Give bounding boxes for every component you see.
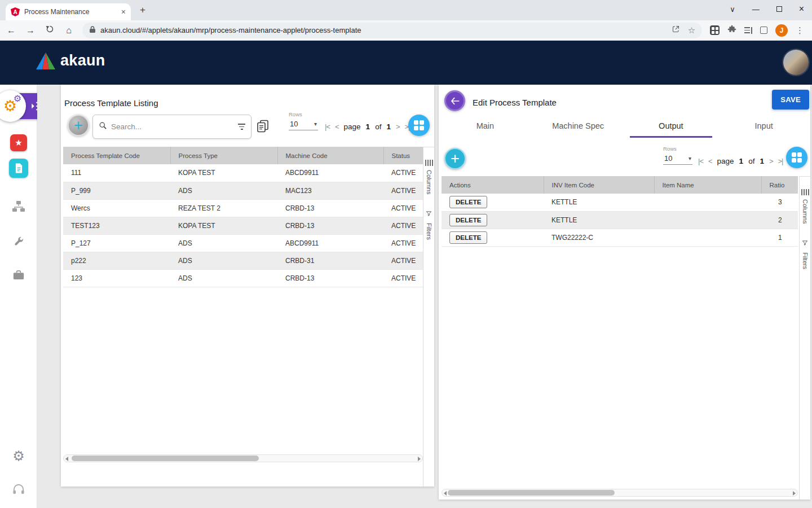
- panel-title: Edit Process Template: [473, 98, 557, 107]
- first-page-icon[interactable]: |<: [325, 122, 330, 131]
- horizontal-scrollbar-thumb[interactable]: [72, 456, 259, 461]
- scroll-right-arrow[interactable]: [793, 491, 796, 496]
- columns-toggle[interactable]: Columns: [802, 199, 809, 224]
- bookmark-star-icon[interactable]: ☆: [688, 25, 695, 36]
- gear-icon: ⚙: [12, 449, 25, 463]
- columns-toggle[interactable]: Columns: [426, 170, 433, 194]
- reading-list-icon[interactable]: [744, 27, 752, 34]
- maximize-button[interactable]: [776, 6, 782, 12]
- next-page-icon[interactable]: >: [396, 122, 400, 131]
- filters-toggle[interactable]: Filters: [426, 223, 433, 240]
- filters-funnel-icon[interactable]: [426, 209, 432, 219]
- home-icon[interactable]: ⌂: [63, 25, 74, 36]
- table-row[interactable]: P_999ADSMAC123ACTIVE: [63, 182, 423, 199]
- columns-grip-icon[interactable]: [801, 189, 809, 195]
- address-bar[interactable]: akaun.cloud/#/applets/akaun/mrp/process-…: [82, 23, 702, 38]
- delete-button[interactable]: DELETE: [449, 196, 487, 208]
- prev-page-icon[interactable]: <: [708, 157, 712, 165]
- new-tab-button[interactable]: +: [140, 5, 145, 16]
- table-row[interactable]: WercsREZA TEST 2CRBD-13ACTIVE: [63, 199, 423, 217]
- table-row[interactable]: 123ADSCRBD-13ACTIVE: [63, 269, 423, 287]
- rows-per-page-select[interactable]: 10 ▾: [289, 119, 318, 130]
- minimize-button[interactable]: —: [752, 5, 760, 14]
- scroll-left-arrow[interactable]: [65, 457, 68, 461]
- filter-list-icon[interactable]: [238, 124, 245, 129]
- panel-title: Process Template Listing: [64, 98, 158, 108]
- rows-label: Rows: [663, 146, 695, 152]
- extensions-puzzle-icon[interactable]: [727, 25, 736, 36]
- first-page-icon[interactable]: |<: [698, 157, 703, 165]
- tab-main[interactable]: Main: [439, 116, 532, 137]
- grid-icon: [792, 152, 802, 163]
- close-window-button[interactable]: ×: [799, 4, 804, 14]
- akaun-triangle-icon: [36, 52, 55, 69]
- filters-toggle[interactable]: Filters: [802, 252, 809, 269]
- back-button[interactable]: [444, 90, 465, 111]
- prev-page-icon[interactable]: <: [335, 122, 339, 131]
- col-header: Status: [383, 147, 423, 164]
- columns-grip-icon[interactable]: [425, 160, 433, 166]
- tab-output[interactable]: Output: [625, 116, 718, 137]
- window-menu-icon[interactable]: ∨: [730, 5, 735, 14]
- caret-down-icon: ▾: [689, 155, 691, 161]
- akaun-logo: akaun: [36, 52, 105, 69]
- rows-per-page-select[interactable]: 10 ▾: [663, 153, 692, 165]
- col-header: INV Item Code: [544, 176, 654, 194]
- browser-profile-avatar[interactable]: J: [775, 24, 788, 37]
- sidebar-item-settings[interactable]: ⚙: [0, 449, 37, 463]
- tab-machine-spec[interactable]: Machine Spec: [532, 116, 625, 137]
- filters-funnel-icon[interactable]: [802, 238, 808, 248]
- forward-icon[interactable]: →: [25, 25, 36, 36]
- search-icon: [99, 121, 107, 132]
- horizontal-scrollbar-thumb[interactable]: [448, 490, 615, 496]
- table-row[interactable]: TEST123KOPA TESTCRBD-13ACTIVE: [63, 217, 423, 234]
- table-side-controls: Columns Filters: [799, 176, 810, 500]
- page-label: page: [717, 157, 734, 165]
- delete-button[interactable]: DELETE: [449, 231, 487, 244]
- add-output-item-button[interactable]: +: [444, 148, 466, 169]
- table-row[interactable]: P_127ADSABCD9911ACTIVE: [63, 234, 423, 252]
- back-icon[interactable]: ←: [6, 25, 17, 36]
- save-button[interactable]: SAVE: [772, 90, 809, 110]
- browser-tab[interactable]: A Process Maintenance ×: [6, 3, 131, 20]
- sidebar-item-business[interactable]: [0, 270, 37, 281]
- page-number: 1: [739, 157, 744, 165]
- browser-menu-icon[interactable]: ⋮: [796, 25, 804, 36]
- user-avatar[interactable]: [783, 50, 809, 75]
- reload-icon[interactable]: [44, 25, 55, 36]
- table-row[interactable]: p222ADSCRBD-31ACTIVE: [63, 252, 423, 269]
- scroll-right-arrow[interactable]: [418, 457, 421, 461]
- next-page-icon[interactable]: >: [769, 157, 773, 165]
- tab-title: Process Maintenance: [24, 8, 117, 16]
- sidebar-item-document-applet[interactable]: [0, 159, 37, 178]
- headphones-icon: [12, 483, 25, 494]
- duplicate-icon[interactable]: [257, 120, 268, 135]
- horizontal-scrollbar[interactable]: [442, 489, 798, 497]
- sitemap-icon: [12, 201, 25, 212]
- tab-input[interactable]: Input: [717, 116, 810, 137]
- sidebar-item-red-applet[interactable]: ★: [0, 134, 37, 151]
- add-template-button[interactable]: +: [68, 115, 89, 136]
- horizontal-scrollbar[interactable]: [63, 454, 423, 462]
- share-icon[interactable]: [672, 25, 680, 36]
- browser-toolbar: ← → ⌂ akaun.cloud/#/applets/akaun/mrp/pr…: [0, 20, 812, 41]
- scroll-left-arrow[interactable]: [444, 491, 447, 496]
- side-panel-icon[interactable]: [760, 27, 767, 34]
- grid-icon: [414, 120, 425, 131]
- page-total: 1: [760, 157, 764, 165]
- tab-close-icon[interactable]: ×: [121, 8, 126, 16]
- sidebar-item-support[interactable]: [0, 483, 37, 494]
- last-page-icon[interactable]: >|: [778, 157, 783, 165]
- plus-icon: +: [74, 118, 83, 133]
- document-icon: [15, 163, 23, 173]
- sidebar-item-tools[interactable]: [0, 235, 37, 247]
- search-input[interactable]: [111, 122, 234, 131]
- grid-view-button[interactable]: [408, 115, 430, 136]
- delete-button[interactable]: DELETE: [449, 214, 487, 226]
- browser-tab-strip: A Process Maintenance × + ∨ — ×: [0, 0, 812, 20]
- sidebar-item-workflow[interactable]: [0, 201, 37, 212]
- extension-icon[interactable]: [710, 25, 720, 35]
- table-row[interactable]: 111KOPA TESTABCD9911ACTIVE: [63, 164, 423, 182]
- plus-icon: +: [451, 151, 460, 167]
- grid-view-button[interactable]: [786, 147, 807, 168]
